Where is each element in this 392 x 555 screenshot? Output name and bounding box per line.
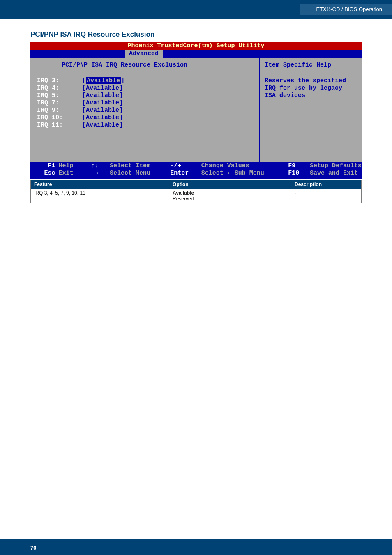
bios-page-title: PCI/PNP ISA IRQ Resource Exclusion xyxy=(37,62,259,69)
irq-row-11[interactable]: IRQ 11: [Available] xyxy=(37,122,259,129)
irq-value[interactable]: [Available] xyxy=(82,114,123,122)
bios-key-legend: F1Esc HelpExit ↑↓←→ Select ItemSelect Me… xyxy=(30,162,362,177)
irq-value[interactable]: [Available] xyxy=(82,85,123,92)
footer-bar: 70 xyxy=(0,539,392,555)
irq-row-5[interactable]: IRQ 5: [Available] xyxy=(37,92,259,99)
breadcrumb: ETX®-CD / BIOS Operation xyxy=(300,4,392,15)
page-number: 70 xyxy=(30,545,36,551)
table-row: IRQ 3, 4, 5, 7, 9, 10, 11 AvailableReser… xyxy=(31,189,362,203)
irq-value[interactable]: [Available] xyxy=(82,77,125,85)
irq-row-9[interactable]: IRQ 9: [Available] xyxy=(37,107,259,114)
irq-label: IRQ 3: xyxy=(37,77,82,85)
bios-tab-bar: Advanced xyxy=(30,50,362,58)
irq-value[interactable]: [Available] xyxy=(82,122,123,129)
irq-label: IRQ 10: xyxy=(37,114,82,122)
help-text-line: Reserves the specified xyxy=(265,77,357,85)
bios-help-panel: Item Specific Help Reserves the specifie… xyxy=(259,58,362,162)
feature-table: Feature Option Description IRQ 3, 4, 5, … xyxy=(30,180,362,203)
irq-value[interactable]: [Available] xyxy=(82,99,123,107)
irq-row-10[interactable]: IRQ 10: [Available] xyxy=(37,114,259,122)
irq-row-3[interactable]: IRQ 3: [Available] xyxy=(37,77,259,85)
bios-screenshot: Phoenix TrustedCore(tm) Setup Utility Ad… xyxy=(30,42,362,179)
cell-description: - xyxy=(291,189,362,203)
tab-advanced[interactable]: Advanced xyxy=(125,50,163,58)
irq-label: IRQ 4: xyxy=(37,85,82,92)
irq-row-7[interactable]: IRQ 7: [Available] xyxy=(37,99,259,107)
help-text-line: IRQ for use by legacy xyxy=(265,85,357,92)
irq-value[interactable]: [Available] xyxy=(82,107,123,114)
irq-row-4[interactable]: IRQ 4: [Available] xyxy=(37,85,259,92)
irq-label: IRQ 5: xyxy=(37,92,82,99)
col-description: Description xyxy=(291,180,362,189)
bios-help-title: Item Specific Help xyxy=(265,62,357,69)
section-title: PCI/PNP ISA IRQ Resource Exclusion xyxy=(30,30,362,39)
top-header-bar: ETX®-CD / BIOS Operation xyxy=(0,0,392,19)
bios-utility-title: Phoenix TrustedCore(tm) Setup Utility xyxy=(30,42,362,50)
col-feature: Feature xyxy=(31,180,169,189)
help-text-line: ISA devices xyxy=(265,92,357,99)
irq-label: IRQ 9: xyxy=(37,107,82,114)
bios-main-panel: PCI/PNP ISA IRQ Resource Exclusion IRQ 3… xyxy=(30,58,259,162)
irq-value[interactable]: [Available] xyxy=(82,92,123,99)
irq-label: IRQ 11: xyxy=(37,122,82,129)
cell-option: AvailableReserved xyxy=(169,189,291,203)
cell-feature: IRQ 3, 4, 5, 7, 9, 10, 11 xyxy=(31,189,169,203)
irq-label: IRQ 7: xyxy=(37,99,82,107)
col-option: Option xyxy=(169,180,291,189)
